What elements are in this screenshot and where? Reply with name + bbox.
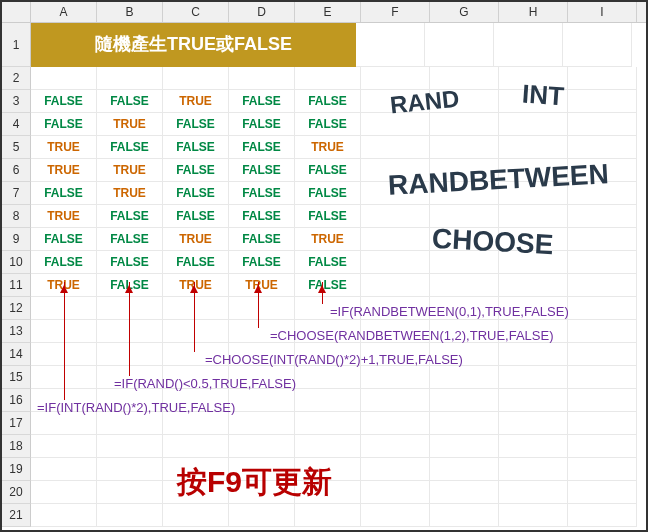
cell[interactable] [499, 481, 568, 504]
cell[interactable] [295, 67, 361, 90]
row-header-17[interactable]: 17 [2, 412, 31, 435]
cell[interactable] [563, 23, 632, 67]
row-header-1[interactable]: 1 [2, 23, 31, 67]
cell[interactable] [430, 182, 499, 205]
row-header-14[interactable]: 14 [2, 343, 31, 366]
cell[interactable] [361, 90, 430, 113]
cell[interactable]: FALSE [163, 251, 229, 274]
cell[interactable] [97, 458, 163, 481]
cell[interactable] [499, 90, 568, 113]
cell[interactable] [568, 343, 637, 366]
cell[interactable] [229, 504, 295, 527]
cell[interactable] [361, 435, 430, 458]
cell[interactable] [568, 159, 637, 182]
cell[interactable] [229, 412, 295, 435]
cell[interactable] [295, 504, 361, 527]
col-header-E[interactable]: E [295, 2, 361, 22]
cell[interactable]: TRUE [31, 205, 97, 228]
cell[interactable] [568, 320, 637, 343]
cell[interactable] [295, 412, 361, 435]
cell[interactable] [361, 113, 430, 136]
cell[interactable] [568, 136, 637, 159]
cell[interactable] [499, 504, 568, 527]
cell[interactable]: FALSE [31, 228, 97, 251]
cell[interactable] [568, 182, 637, 205]
cell[interactable] [568, 412, 637, 435]
select-all-corner[interactable] [2, 2, 31, 22]
cell[interactable] [97, 412, 163, 435]
cell[interactable]: FALSE [229, 136, 295, 159]
cell[interactable] [430, 136, 499, 159]
cell[interactable] [361, 182, 430, 205]
cell[interactable] [430, 458, 499, 481]
cell[interactable] [568, 435, 637, 458]
cell[interactable] [361, 389, 430, 412]
cell[interactable] [430, 504, 499, 527]
col-header-F[interactable]: F [361, 2, 430, 22]
cell[interactable] [361, 228, 430, 251]
cell[interactable]: FALSE [31, 113, 97, 136]
cell[interactable] [97, 320, 163, 343]
cell[interactable]: TRUE [163, 228, 229, 251]
cell[interactable] [361, 205, 430, 228]
cell[interactable] [568, 251, 637, 274]
cell[interactable] [163, 297, 229, 320]
cell[interactable] [361, 251, 430, 274]
title-cell[interactable]: 隨機產生TRUE或FALSE [31, 23, 356, 67]
cell[interactable]: FALSE [31, 251, 97, 274]
cell[interactable] [568, 228, 637, 251]
cell[interactable]: FALSE [295, 274, 361, 297]
cell[interactable]: FALSE [295, 205, 361, 228]
row-header-9[interactable]: 9 [2, 228, 31, 251]
cell[interactable] [97, 504, 163, 527]
cell[interactable]: FALSE [229, 251, 295, 274]
cell[interactable] [361, 412, 430, 435]
cell[interactable] [361, 136, 430, 159]
cell[interactable]: FALSE [229, 228, 295, 251]
cell[interactable]: TRUE [97, 113, 163, 136]
row-header-5[interactable]: 5 [2, 136, 31, 159]
cell[interactable] [97, 481, 163, 504]
cell[interactable]: TRUE [31, 159, 97, 182]
row-header-10[interactable]: 10 [2, 251, 31, 274]
cell[interactable]: FALSE [229, 113, 295, 136]
cell[interactable]: FALSE [295, 90, 361, 113]
row-header-19[interactable]: 19 [2, 458, 31, 481]
cell[interactable] [430, 205, 499, 228]
cell[interactable] [499, 228, 568, 251]
cell[interactable] [499, 182, 568, 205]
cell[interactable] [163, 412, 229, 435]
cell[interactable] [361, 159, 430, 182]
cell[interactable]: FALSE [229, 159, 295, 182]
cell[interactable] [568, 90, 637, 113]
cell[interactable] [97, 343, 163, 366]
cell[interactable]: FALSE [163, 205, 229, 228]
row-header-2[interactable]: 2 [2, 67, 31, 90]
row-header-12[interactable]: 12 [2, 297, 31, 320]
row-header-20[interactable]: 20 [2, 481, 31, 504]
cell[interactable]: FALSE [31, 182, 97, 205]
row-header-4[interactable]: 4 [2, 113, 31, 136]
cell[interactable]: TRUE [163, 90, 229, 113]
cell[interactable] [163, 435, 229, 458]
cell[interactable] [425, 23, 494, 67]
row-header-8[interactable]: 8 [2, 205, 31, 228]
row-header-18[interactable]: 18 [2, 435, 31, 458]
cell[interactable] [31, 481, 97, 504]
cell[interactable] [430, 481, 499, 504]
col-header-G[interactable]: G [430, 2, 499, 22]
cell[interactable] [229, 67, 295, 90]
cell[interactable] [430, 113, 499, 136]
cell[interactable]: FALSE [97, 90, 163, 113]
cell[interactable] [568, 458, 637, 481]
cell[interactable]: TRUE [295, 136, 361, 159]
cell[interactable] [568, 205, 637, 228]
cell[interactable] [499, 343, 568, 366]
cell[interactable] [97, 435, 163, 458]
cell[interactable]: FALSE [295, 113, 361, 136]
cell[interactable]: FALSE [229, 90, 295, 113]
cell[interactable] [31, 504, 97, 527]
cell[interactable]: TRUE [295, 228, 361, 251]
cell[interactable] [163, 320, 229, 343]
cell[interactable] [361, 481, 430, 504]
